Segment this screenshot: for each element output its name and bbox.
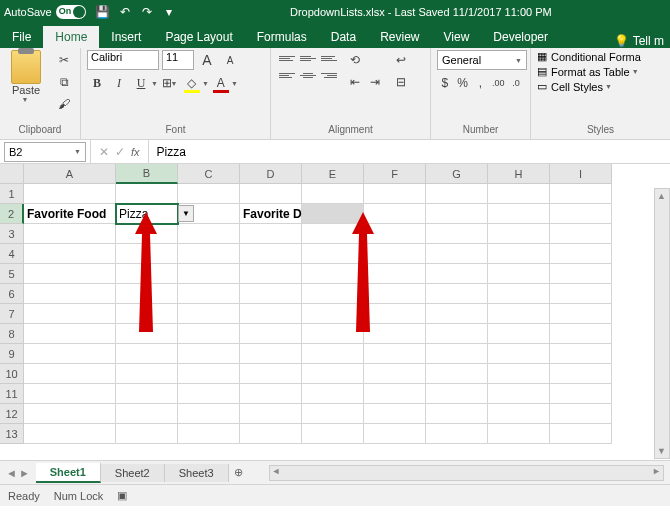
cell[interactable]: [488, 364, 550, 384]
cell[interactable]: Favorite Food: [24, 204, 116, 224]
underline-button[interactable]: U: [131, 73, 151, 93]
cell[interactable]: [302, 404, 364, 424]
column-header[interactable]: G: [426, 164, 488, 184]
cell[interactable]: [426, 324, 488, 344]
cell[interactable]: [240, 224, 302, 244]
cell[interactable]: [488, 244, 550, 264]
cell[interactable]: [302, 224, 364, 244]
cell[interactable]: [364, 224, 426, 244]
vertical-scrollbar[interactable]: [654, 188, 670, 459]
cell[interactable]: [364, 184, 426, 204]
cell[interactable]: [302, 424, 364, 444]
cell[interactable]: [24, 344, 116, 364]
cell[interactable]: [550, 184, 612, 204]
cell[interactable]: [550, 424, 612, 444]
cell[interactable]: [178, 364, 240, 384]
cell[interactable]: Favorite Dish: [240, 204, 302, 224]
cell[interactable]: [116, 424, 178, 444]
cell[interactable]: [426, 184, 488, 204]
save-icon[interactable]: 💾: [96, 5, 110, 19]
tab-insert[interactable]: Insert: [99, 26, 153, 48]
increase-font-button[interactable]: A: [197, 50, 217, 70]
italic-button[interactable]: I: [109, 73, 129, 93]
cell[interactable]: [240, 284, 302, 304]
cell[interactable]: [302, 304, 364, 324]
cell[interactable]: [550, 384, 612, 404]
increase-indent-button[interactable]: ⇥: [365, 72, 385, 92]
cell[interactable]: [116, 344, 178, 364]
cell[interactable]: [178, 324, 240, 344]
cell[interactable]: [426, 264, 488, 284]
column-header[interactable]: B: [116, 164, 178, 184]
column-header[interactable]: C: [178, 164, 240, 184]
cell[interactable]: [240, 364, 302, 384]
column-header[interactable]: D: [240, 164, 302, 184]
cell[interactable]: [426, 364, 488, 384]
row-header[interactable]: 4: [0, 244, 24, 264]
align-right-button[interactable]: [319, 67, 339, 83]
paste-button[interactable]: Paste ▼: [6, 50, 46, 124]
cell[interactable]: [240, 404, 302, 424]
cell[interactable]: [178, 184, 240, 204]
cell[interactable]: [426, 424, 488, 444]
tab-file[interactable]: File: [0, 26, 43, 48]
cell[interactable]: [550, 244, 612, 264]
cell[interactable]: [302, 264, 364, 284]
cell[interactable]: [24, 324, 116, 344]
cell[interactable]: [116, 304, 178, 324]
cell[interactable]: [550, 324, 612, 344]
row-header[interactable]: 8: [0, 324, 24, 344]
cell[interactable]: [488, 224, 550, 244]
currency-button[interactable]: $: [437, 73, 453, 93]
cell[interactable]: [550, 264, 612, 284]
cell[interactable]: [426, 304, 488, 324]
cell[interactable]: [240, 264, 302, 284]
cell[interactable]: [302, 204, 364, 224]
tab-view[interactable]: View: [432, 26, 482, 48]
sheet-tab-3[interactable]: Sheet3: [165, 464, 229, 482]
cell[interactable]: [488, 264, 550, 284]
increase-decimal-button[interactable]: .00: [490, 73, 506, 93]
cell[interactable]: [240, 424, 302, 444]
sheet-tab-2[interactable]: Sheet2: [101, 464, 165, 482]
cell[interactable]: [488, 384, 550, 404]
undo-icon[interactable]: ↶: [118, 5, 132, 19]
cell[interactable]: [178, 424, 240, 444]
cell[interactable]: [240, 344, 302, 364]
cell[interactable]: [302, 284, 364, 304]
cell[interactable]: [364, 264, 426, 284]
dropdown-button[interactable]: ▼: [178, 205, 194, 222]
row-header[interactable]: 11: [0, 384, 24, 404]
cell[interactable]: [364, 204, 426, 224]
cell[interactable]: [24, 364, 116, 384]
tell-me-search[interactable]: 💡 Tell m: [608, 34, 670, 48]
cell[interactable]: [550, 364, 612, 384]
row-header[interactable]: 6: [0, 284, 24, 304]
sheet-tab-1[interactable]: Sheet1: [36, 463, 101, 483]
row-header[interactable]: 3: [0, 224, 24, 244]
merge-button[interactable]: ⊟: [391, 72, 411, 92]
add-sheet-button[interactable]: ⊕: [229, 466, 249, 479]
cancel-icon[interactable]: ✕: [99, 145, 109, 159]
fill-color-button[interactable]: ◇: [182, 73, 202, 93]
cell[interactable]: [302, 184, 364, 204]
cell[interactable]: [178, 244, 240, 264]
format-painter-button[interactable]: 🖌: [54, 94, 74, 114]
cell[interactable]: [426, 204, 488, 224]
chevron-down-icon[interactable]: ▼: [231, 80, 238, 87]
cell[interactable]: [364, 344, 426, 364]
cell[interactable]: [24, 284, 116, 304]
decrease-font-button[interactable]: A: [220, 50, 240, 70]
column-header[interactable]: I: [550, 164, 612, 184]
cell[interactable]: [24, 244, 116, 264]
row-header[interactable]: 12: [0, 404, 24, 424]
toggle-switch[interactable]: On: [56, 5, 86, 19]
row-header[interactable]: 7: [0, 304, 24, 324]
worksheet-grid[interactable]: A B C D E F G H I 12Favorite FoodPizza▼F…: [0, 164, 670, 460]
cell[interactable]: [488, 344, 550, 364]
sheet-nav-prev[interactable]: ◄: [6, 467, 17, 479]
row-header[interactable]: 9: [0, 344, 24, 364]
decrease-indent-button[interactable]: ⇤: [345, 72, 365, 92]
bold-button[interactable]: B: [87, 73, 107, 93]
align-center-button[interactable]: [298, 67, 318, 83]
